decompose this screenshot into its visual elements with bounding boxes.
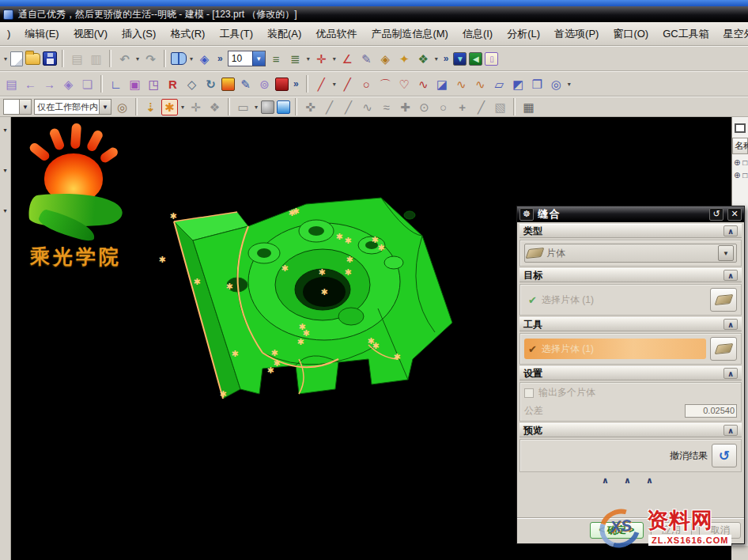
section-settings[interactable]: 设置 ∧ <box>519 366 742 380</box>
ok-button[interactable]: < 确定 > <box>590 522 644 539</box>
type-filter-combo[interactable]: ▼ <box>3 99 32 115</box>
snap-spline-pole-icon[interactable]: ≈ <box>378 99 395 115</box>
key-icon[interactable]: ✦ <box>396 51 413 67</box>
snap-caret[interactable]: ▾ <box>180 104 185 111</box>
collapse-icon[interactable]: ∧ <box>723 319 738 330</box>
cancel-button[interactable]: 取消 <box>699 522 741 539</box>
curve-caret[interactable]: ▾ <box>567 81 572 88</box>
section-type[interactable]: 类型 ∧ <box>519 224 742 238</box>
dialog-close-icon[interactable]: ✕ <box>727 208 742 221</box>
pmi-info-icon[interactable]: ◈ <box>196 51 213 67</box>
rectangle-select-icon[interactable]: ▭ <box>235 99 251 115</box>
start-module-icon[interactable]: ▼ <box>453 52 467 66</box>
circle-icon[interactable]: ○ <box>358 76 375 93</box>
menu-item-6[interactable]: 装配(A) <box>261 25 308 44</box>
resource-bar-strip[interactable]: ▾▾▾ <box>0 117 11 560</box>
toolbar-options-caret[interactable]: ▾ <box>3 55 8 62</box>
turntable-icon[interactable]: ↻ <box>202 76 219 93</box>
menu-item-5[interactable]: 工具(T) <box>213 25 259 44</box>
edit-csys-icon[interactable]: ✎ <box>358 51 375 67</box>
resource-bar-caret[interactable]: ▾ <box>3 167 6 174</box>
wcs-caret[interactable]: ▾ <box>332 55 337 62</box>
assemblies-icon[interactable]: ◀ <box>469 52 482 66</box>
select-style-caret[interactable]: ▾ <box>254 104 259 111</box>
layer-visibility-icon[interactable]: ≣ <box>287 51 304 67</box>
snap-quadrant-icon[interactable]: ○ <box>435 99 451 115</box>
checkbox-icon[interactable] <box>524 388 534 398</box>
resource-bar-caret[interactable]: ▾ <box>3 127 6 134</box>
find-binoculars-icon[interactable]: ◎ <box>114 99 130 115</box>
wcs-dynamics-icon[interactable]: ✛ <box>313 51 330 67</box>
datum-csys-icon[interactable]: ∠ <box>339 51 356 67</box>
helix-icon[interactable]: ∿ <box>415 76 432 93</box>
menu-item-11[interactable]: 首选项(P) <box>548 25 605 44</box>
menu-item-8[interactable]: 产品制造信息(M) <box>365 25 455 44</box>
menu-item-14[interactable]: 星空外挂 V6.935F <box>717 25 748 44</box>
menu-item-13[interactable]: GC工具箱 <box>656 25 716 44</box>
copy-face-icon[interactable]: ❐ <box>529 76 546 93</box>
measure-box-icon[interactable]: ▣ <box>127 76 143 93</box>
sphere-icon[interactable] <box>261 100 274 114</box>
tool-sheet-button[interactable] <box>710 337 737 361</box>
swept-surface-icon[interactable]: ▱ <box>491 76 508 93</box>
layer-settings-icon[interactable]: ≡ <box>268 51 285 67</box>
palette-icon[interactable] <box>221 78 235 91</box>
selection-scope-combo[interactable]: 仅在工作部件内▼ <box>34 99 111 115</box>
dropdown-arrow-icon[interactable]: ▼ <box>718 245 734 261</box>
layer-caret[interactable]: ▾ <box>306 55 311 62</box>
modeling-window-icon[interactable]: ▯ <box>485 52 498 66</box>
undo-result-button[interactable]: ↺ <box>712 444 737 467</box>
toolbar-overflow-icon-1[interactable]: » <box>215 53 225 64</box>
target-sheet-button[interactable] <box>710 288 737 312</box>
rotate-snapshot-icon[interactable]: ◈ <box>60 76 77 93</box>
menu-item-1[interactable]: 编辑(E) <box>18 25 65 44</box>
open-file-icon[interactable] <box>25 53 40 65</box>
line-caret[interactable]: ▾ <box>332 81 337 88</box>
menu-item-9[interactable]: 信息(I) <box>456 25 499 44</box>
apply-button[interactable]: 应用 <box>651 522 693 539</box>
dialog-title-bar[interactable]: ☸ 缝合 ↺ ✕ <box>517 206 744 222</box>
dialog-reset-icon[interactable]: ↺ <box>709 208 723 221</box>
cube-icon[interactable] <box>277 100 290 114</box>
menu-item-10[interactable]: 分析(L) <box>501 25 546 44</box>
snap-point-icon[interactable]: ✱ <box>161 99 178 115</box>
arc-icon[interactable]: ⌒ <box>377 76 394 93</box>
cascade-windows-icon[interactable]: ❏ <box>79 76 96 93</box>
rotate-reference-icon[interactable]: R <box>164 76 181 93</box>
object-display-icon[interactable]: ◈ <box>377 51 394 67</box>
undo-icon[interactable]: ↶ <box>116 51 133 67</box>
paste-icon[interactable]: ▥ <box>88 51 104 67</box>
edit-object-display-icon[interactable]: ✎ <box>237 76 254 93</box>
block-icon[interactable] <box>275 78 289 91</box>
layer-input[interactable]: 10▼ <box>228 51 266 66</box>
offset-surface-icon[interactable]: ◩ <box>510 76 527 93</box>
back-icon[interactable]: ← <box>22 76 39 93</box>
save-icon[interactable] <box>43 51 57 66</box>
menu-item-4[interactable]: 格式(R) <box>164 25 211 44</box>
history-palette-icon[interactable] <box>171 52 187 65</box>
menu-item-3[interactable]: 插入(S) <box>115 25 162 44</box>
section-target[interactable]: 目标 ∧ <box>519 268 742 282</box>
section-tool[interactable]: 工具 ∧ <box>519 317 742 331</box>
tolerance-field[interactable]: 0.02540 <box>685 404 737 418</box>
navigator-header[interactable]: 名称 <box>732 138 748 154</box>
view-orient-icon[interactable]: ❖ <box>415 51 432 67</box>
tree-expand-icon[interactable]: ⊕ □ <box>732 154 748 167</box>
profile-line-icon[interactable]: ╱ <box>339 76 356 93</box>
navigator-window-icon[interactable] <box>735 123 746 133</box>
show-bodies-icon[interactable]: ⊚ <box>256 76 273 93</box>
snap-existing-point-icon[interactable]: + <box>454 99 470 115</box>
toolbar-overflow-icon-2[interactable]: » <box>441 53 451 64</box>
snap-on-curve-icon[interactable]: ∿ <box>359 99 376 115</box>
history-caret[interactable]: ▾ <box>189 55 194 62</box>
forward-icon[interactable]: → <box>41 76 58 93</box>
snap-center-icon[interactable]: ⊙ <box>416 99 433 115</box>
menu-item-0[interactable]: ) <box>1 25 17 42</box>
collapse-icon[interactable]: ∧ <box>723 425 738 436</box>
tool-select-row[interactable]: ✔ 选择片体 (1) <box>524 339 706 359</box>
view-caret[interactable]: ▾ <box>434 55 439 62</box>
sheet-list-icon[interactable]: ▤ <box>3 76 20 93</box>
undo-caret[interactable]: ▾ <box>135 55 140 62</box>
point-set-icon[interactable]: ❖ <box>206 99 223 115</box>
collapse-all-strip[interactable]: ∧ ∧ ∧ <box>519 474 742 486</box>
